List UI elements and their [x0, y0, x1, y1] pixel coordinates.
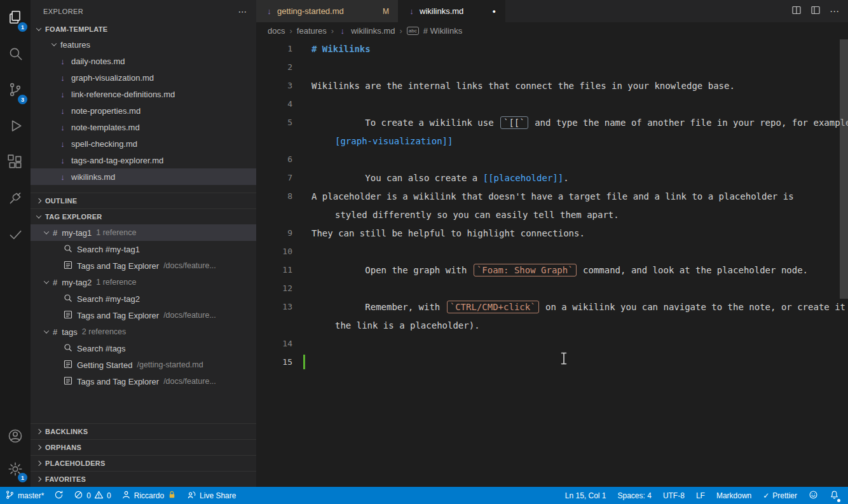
split-editor-icon[interactable]: [791, 5, 802, 18]
activity-run-debug[interactable]: [0, 109, 31, 145]
reference-path: /getting-started.md: [137, 360, 203, 369]
chevron-right-icon: [36, 198, 41, 203]
section-outline[interactable]: OUTLINE: [31, 193, 256, 208]
eol-status[interactable]: LF: [696, 491, 705, 500]
notifications-status[interactable]: [830, 490, 839, 501]
user-name: Riccardo: [134, 491, 164, 500]
editor-scrollbar[interactable]: [840, 39, 848, 299]
code-line[interactable]: 14: [256, 334, 848, 353]
code-line[interactable]: 11 Open the graph with `Foam: Show Graph…: [256, 261, 848, 279]
tab-wikilinks[interactable]: ↓ wikilinks.md ●: [399, 0, 505, 22]
file-row[interactable]: ↓ graph-visualization.md: [31, 69, 256, 86]
breadcrumb-item[interactable]: # Wikilinks: [423, 26, 462, 36]
git-branch-status[interactable]: master*: [5, 490, 44, 501]
breadcrumb-item[interactable]: features: [297, 26, 327, 36]
section-favorites[interactable]: FAVORITES: [31, 471, 256, 487]
code-line-wrapped[interactable]: the link is a placeholder).: [256, 316, 848, 334]
tag-search-row[interactable]: Search #tags: [31, 340, 256, 357]
editor-layout-icon[interactable]: [810, 5, 821, 18]
activity-settings[interactable]: 1: [0, 454, 31, 487]
breadcrumb-item[interactable]: wikilinks.md: [351, 26, 395, 36]
status-bar: master* 0 0 Riccardo Live Share Ln 15, C…: [0, 487, 848, 504]
reference-path: /docs/feature...: [163, 261, 216, 270]
tag-reference-row[interactable]: Tags and Tag Explorer /docs/feature...: [31, 307, 256, 324]
file-row[interactable]: ↓ note-templates.md: [31, 119, 256, 135]
code-line-wrapped[interactable]: [graph-visualization]]: [256, 132, 848, 150]
problems-status[interactable]: 0 0: [74, 490, 111, 501]
feedback-status[interactable]: [809, 490, 818, 501]
formatter-status[interactable]: ✓ Prettier: [763, 491, 797, 500]
section-tag-explorer[interactable]: TAG EXPLORER: [31, 208, 256, 224]
language-mode-status[interactable]: Markdown: [716, 491, 751, 500]
reference-label: Getting Started: [77, 360, 132, 370]
line-number: 7: [256, 173, 302, 182]
code-text: the link is a placeholder).: [335, 320, 480, 330]
code-line[interactable]: 5 To create a wikilink use `[[` and type…: [256, 113, 848, 132]
activity-search[interactable]: [0, 36, 31, 72]
activity-explorer[interactable]: 1: [0, 0, 31, 36]
file-row[interactable]: ↓ daily-notes.md: [31, 53, 256, 69]
tag-reference-row[interactable]: Tags and Tag Explorer /docs/feature...: [31, 257, 256, 274]
code-line[interactable]: 2: [256, 58, 848, 76]
file-row[interactable]: ↓ tags-and-tag-explorer.md: [31, 152, 256, 168]
cursor-position-status[interactable]: Ln 15, Col 1: [565, 491, 606, 500]
breadcrumb-item[interactable]: docs: [268, 26, 285, 36]
report-icon: [64, 310, 72, 321]
activity-source-control[interactable]: 3: [0, 72, 31, 109]
tab-getting-started[interactable]: ↓ getting-started.md M: [256, 0, 399, 22]
code-line[interactable]: 1 # Wikilinks: [256, 39, 848, 58]
tag-reference-count: 1 reference: [96, 278, 136, 287]
tag-search-row[interactable]: Search #my-tag2: [31, 290, 256, 307]
markdown-file-icon: ↓: [338, 26, 346, 36]
tag-search-row[interactable]: Search #my-tag1: [31, 241, 256, 257]
file-name: note-properties.md: [71, 106, 140, 116]
chevron-down-icon: [51, 41, 57, 46]
activity-extensions[interactable]: [0, 145, 31, 181]
tag-row[interactable]: # my-tag2 1 reference: [31, 274, 256, 290]
section-label: OUTLINE: [45, 197, 77, 205]
live-share-status[interactable]: Live Share: [187, 490, 236, 501]
code-line[interactable]: 8 A placeholder is a wikilink that doesn…: [256, 187, 848, 205]
code-line-cursor[interactable]: 15: [256, 353, 848, 371]
file-row[interactable]: ↓ note-properties.md: [31, 102, 256, 119]
code-line[interactable]: 13 Remember, with `CTRL/CMD+click` on a …: [256, 297, 848, 316]
section-orphans[interactable]: ORPHANS: [31, 439, 256, 455]
code-text: and type the name of another file in you…: [530, 118, 848, 128]
code-editor[interactable]: 1 # Wikilinks 2 3 Wikilinks are the inte…: [256, 39, 848, 487]
indentation-status[interactable]: Spaces: 4: [618, 491, 652, 500]
file-row[interactable]: ↓ link-reference-definitions.md: [31, 86, 256, 102]
live-share-icon: [187, 490, 196, 501]
activity-tasks[interactable]: [0, 217, 31, 254]
tag-name: my-tag2: [62, 278, 92, 287]
code-line[interactable]: 9 They can still be helpful to highlight…: [256, 224, 848, 242]
markdown-heading: # Wikilinks: [311, 44, 371, 54]
project-name: FOAM-TEMPLATE: [45, 25, 107, 33]
tag-row[interactable]: # my-tag1 1 reference: [31, 224, 256, 241]
feedback-icon: [809, 490, 818, 501]
markdown-file-icon: ↓: [58, 90, 67, 99]
activity-live-share[interactable]: [0, 181, 31, 217]
sync-status[interactable]: [54, 490, 64, 501]
section-foam-template[interactable]: FOAM-TEMPLATE: [31, 22, 256, 36]
tag-icon: #: [53, 228, 57, 238]
file-row-selected[interactable]: ↓ wikilinks.md: [31, 168, 256, 185]
more-actions-icon[interactable]: ⋯: [238, 6, 247, 17]
more-actions-icon[interactable]: ⋯: [830, 6, 839, 17]
line-number: 11: [256, 265, 302, 275]
folder-row-features[interactable]: features: [31, 36, 256, 53]
lock-icon: [167, 490, 177, 501]
encoding-status[interactable]: UTF-8: [663, 491, 685, 500]
code-line[interactable]: 3 Wikilinks are the internal links that …: [256, 76, 848, 95]
section-placeholders[interactable]: PLACEHOLDERS: [31, 455, 256, 471]
code-line[interactable]: 7 You can also create a [[placeholder]].: [256, 168, 848, 187]
file-name: wikilinks.md: [71, 172, 115, 182]
tag-row[interactable]: # tags 2 references: [31, 324, 256, 340]
live-share-user[interactable]: Riccardo: [121, 490, 177, 501]
code-line-wrapped[interactable]: styled differently so you can easily tel…: [256, 205, 848, 224]
section-backlinks[interactable]: BACKLINKS: [31, 423, 256, 439]
tag-reference-row[interactable]: Tags and Tag Explorer /docs/feature...: [31, 373, 256, 390]
activity-account[interactable]: [0, 421, 31, 454]
explorer-badge: 1: [18, 22, 27, 32]
tag-reference-row[interactable]: Getting Started /getting-started.md: [31, 357, 256, 373]
file-row[interactable]: ↓ spell-checking.md: [31, 135, 256, 152]
